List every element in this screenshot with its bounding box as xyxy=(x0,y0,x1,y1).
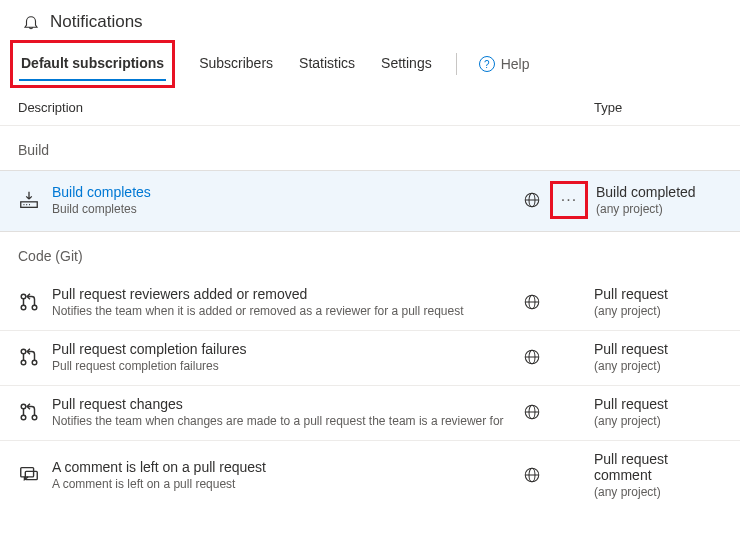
globe-icon xyxy=(514,293,550,311)
column-type: Type xyxy=(514,100,722,115)
svg-point-15 xyxy=(32,415,37,420)
svg-point-3 xyxy=(21,294,26,299)
tab-divider xyxy=(456,53,457,75)
row-type-title: Pull request comment xyxy=(594,451,722,483)
row-pr-completion-failures[interactable]: Pull request completion failures Pull re… xyxy=(0,331,740,386)
svg-point-10 xyxy=(32,360,37,365)
help-icon: ? xyxy=(479,56,495,72)
globe-icon xyxy=(514,403,550,421)
svg-point-4 xyxy=(21,305,26,310)
row-title: Pull request completion failures xyxy=(52,341,514,357)
svg-point-5 xyxy=(32,305,37,310)
row-pr-changes[interactable]: Pull request changes Notifies the team w… xyxy=(0,386,740,441)
highlight-more-button: ··· xyxy=(550,181,588,219)
globe-icon xyxy=(514,348,550,366)
row-title: Pull request changes xyxy=(52,396,514,412)
svg-point-8 xyxy=(21,349,26,354)
svg-point-14 xyxy=(21,415,26,420)
row-type-title: Pull request xyxy=(594,286,722,302)
row-build-completes[interactable]: Build completes Build completes ··· Buil… xyxy=(0,170,740,232)
build-icon xyxy=(18,189,52,211)
pull-request-icon xyxy=(18,401,52,423)
page-title: Notifications xyxy=(50,12,143,32)
highlight-default-subscriptions: Default subscriptions xyxy=(10,40,175,88)
group-build-label: Build xyxy=(0,126,740,170)
bell-icon xyxy=(22,13,40,31)
svg-point-13 xyxy=(21,404,26,409)
help-link[interactable]: ? Help xyxy=(479,56,530,72)
row-subtitle: Notifies the team when changes are made … xyxy=(52,414,514,428)
tab-statistics[interactable]: Statistics xyxy=(297,47,357,81)
row-pr-reviewers[interactable]: Pull request reviewers added or removed … xyxy=(0,276,740,331)
row-type-sub: (any project) xyxy=(594,485,722,499)
row-subtitle: Pull request completion failures xyxy=(52,359,514,373)
row-pr-comment[interactable]: A comment is left on a pull request A co… xyxy=(0,441,740,511)
svg-point-9 xyxy=(21,360,26,365)
columns-header: Description Type xyxy=(0,88,740,126)
globe-icon xyxy=(514,191,550,209)
row-subtitle: Build completes xyxy=(52,202,514,216)
tabs: Default subscriptions Subscribers Statis… xyxy=(0,40,740,88)
row-type-title: Pull request xyxy=(594,341,722,357)
row-subtitle: Notifies the team when it is added or re… xyxy=(52,304,514,318)
row-type-sub: (any project) xyxy=(594,414,722,428)
row-subtitle: A comment is left on a pull request xyxy=(52,477,514,491)
row-type-title: Build completed xyxy=(596,184,722,200)
tab-subscribers[interactable]: Subscribers xyxy=(197,47,275,81)
tab-default-subscriptions[interactable]: Default subscriptions xyxy=(19,47,166,81)
row-title: Pull request reviewers added or removed xyxy=(52,286,514,302)
more-button[interactable]: ··· xyxy=(555,186,583,214)
row-title-link[interactable]: Build completes xyxy=(52,184,151,200)
pull-request-icon xyxy=(18,291,52,313)
row-type-sub: (any project) xyxy=(594,304,722,318)
globe-icon xyxy=(514,466,550,484)
column-description: Description xyxy=(18,100,514,115)
group-code-git-label: Code (Git) xyxy=(0,232,740,276)
page-header: Notifications xyxy=(0,0,740,40)
comment-icon xyxy=(18,464,52,486)
row-type-sub: (any project) xyxy=(596,202,722,216)
row-title: A comment is left on a pull request xyxy=(52,459,514,475)
pull-request-icon xyxy=(18,346,52,368)
row-type-title: Pull request xyxy=(594,396,722,412)
svg-rect-18 xyxy=(21,468,34,477)
tab-settings[interactable]: Settings xyxy=(379,47,434,81)
help-label: Help xyxy=(501,56,530,72)
row-type-sub: (any project) xyxy=(594,359,722,373)
